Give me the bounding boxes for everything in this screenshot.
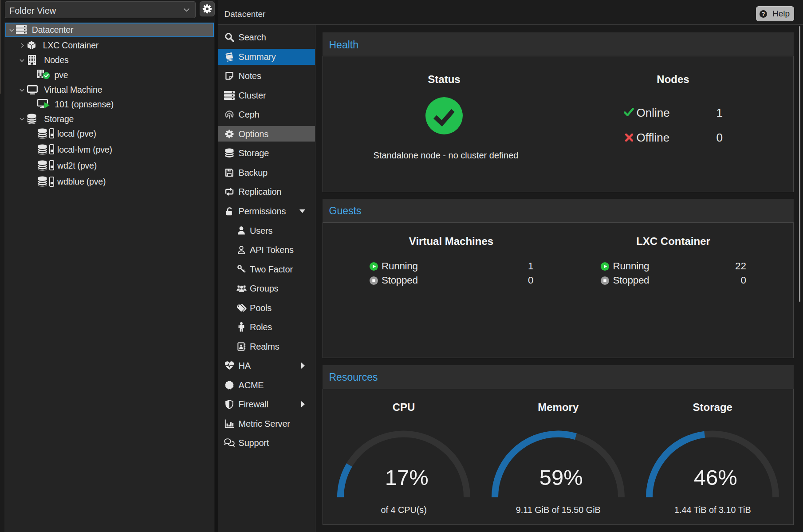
svg-text:?: ? xyxy=(761,11,765,17)
